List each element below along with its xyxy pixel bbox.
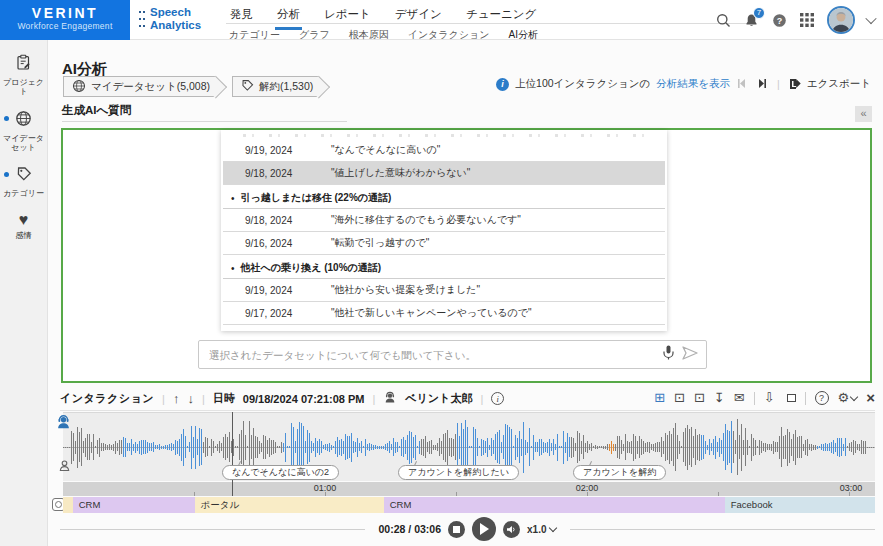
topic-header-text: 他社への乗り換え (10%の通話) — [241, 261, 382, 275]
quote-row[interactable]: 9/16, 2024"転勤で引っ越すので" — [223, 232, 665, 255]
prev-interaction-up-icon[interactable]: ↑ — [173, 393, 180, 405]
quote-row[interactable]: 9/18, 2024"値上げした意味がわからない" — [223, 162, 665, 185]
wave-bar — [835, 443, 836, 452]
user-avatar[interactable] — [827, 6, 855, 34]
wave-bar — [437, 443, 438, 451]
wave-bar — [89, 434, 90, 460]
timeline-segment-CRM[interactable]: CRM — [384, 497, 725, 513]
nav-divider — [226, 23, 748, 24]
section-underline — [62, 121, 347, 122]
show-analysis-results-link[interactable]: 分析結果を表示 — [656, 77, 730, 91]
timeline-segment-CRM[interactable]: CRM — [73, 497, 195, 513]
active-dot — [4, 172, 9, 177]
wave-bar — [87, 434, 88, 460]
interaction-info-icon[interactable]: i — [491, 392, 504, 405]
timeline-segment[interactable] — [63, 497, 73, 513]
monitor-dot-icon[interactable]: ⊡ — [674, 391, 685, 405]
wave-bar — [479, 446, 480, 448]
wave-bar — [397, 442, 398, 452]
quote-row[interactable]: 9/19, 2024"なんでそんなに高いの" — [223, 139, 665, 162]
comment-dot-icon[interactable]: ⊡ — [694, 391, 705, 405]
settings-gear-icon[interactable]: ⚙ — [838, 391, 858, 405]
player-toolbar: ⊞⊡⊡↧✉⇩?⚙× — [654, 391, 875, 405]
export-button[interactable]: エクスポート — [789, 77, 871, 91]
ask-ai-input[interactable] — [199, 349, 663, 361]
playback-speed-selector[interactable]: x1.0 — [527, 524, 556, 535]
wave-bar — [277, 446, 278, 448]
quote-text: "値上げした意味がわからない" — [331, 166, 470, 180]
filter-chip-label: 解約(1,530) — [259, 80, 313, 94]
verint-logo[interactable]: VERINT Workforce Engagement — [0, 0, 130, 40]
quote-row[interactable]: 9/19, 2024"他社から安い提案を受けました" — [223, 279, 665, 302]
help-icon[interactable]: ? — [815, 391, 829, 405]
send-icon[interactable] — [682, 346, 698, 364]
prev-arrow-icon[interactable] — [736, 78, 749, 91]
wave-bar — [209, 446, 210, 448]
notifications-bell-icon[interactable]: 7 — [743, 12, 759, 28]
timeline-segment-Facebook[interactable]: Facebook — [725, 497, 875, 513]
playhead-cursor[interactable] — [232, 412, 233, 496]
wave-bar — [747, 440, 748, 455]
sidebar-item-カテゴリー[interactable]: カテゴリー — [0, 166, 47, 198]
annotation-pill[interactable]: アカウントを解約 — [573, 465, 666, 480]
timeline-segment-ポータル[interactable]: ポータル — [195, 497, 384, 513]
quote-date: 9/19, 2024 — [245, 285, 311, 296]
wave-bar — [351, 433, 352, 462]
wave-bar — [283, 443, 284, 452]
next-interaction-down-icon[interactable]: ↓ — [187, 393, 194, 405]
play-button[interactable] — [472, 517, 496, 541]
wave-bar — [367, 444, 368, 450]
wave-bar — [711, 443, 712, 451]
app-grid-icon[interactable] — [799, 12, 815, 28]
microphone-icon[interactable] — [663, 345, 674, 364]
wave-bar — [723, 433, 724, 461]
annotation-pill[interactable]: アカウントを解約したい — [398, 465, 519, 480]
wave-bar — [237, 446, 238, 448]
wave-bar — [793, 434, 794, 461]
app-window: VERINT Workforce Engagement Speech Analy… — [0, 0, 883, 546]
wave-bar — [679, 441, 680, 454]
quote-row[interactable]: 9/18, 2024"海外に移住するのでもう必要ないんです" — [223, 209, 665, 232]
fit-screen-icon[interactable]: ⊞ — [654, 391, 665, 405]
sidebar-item-マイデータセット[interactable]: マイデータセット — [0, 110, 47, 152]
wave-bar — [69, 447, 70, 448]
speed-value: x1.0 — [527, 524, 546, 535]
ruler-label-03:00: 03:00 — [840, 483, 863, 493]
app-switcher-dots-icon[interactable] — [138, 10, 145, 30]
wave-bar — [329, 443, 330, 452]
collapse-panel-button[interactable]: « — [855, 106, 872, 122]
wave-bar — [215, 446, 216, 448]
sidebar-item-プロジェクト[interactable]: プロジェクト — [0, 54, 47, 96]
close-icon[interactable]: × — [866, 391, 875, 405]
wave-bar — [537, 442, 538, 452]
timeline-ruler[interactable]: 01:0002:0003:00 — [63, 482, 875, 496]
sidebar-item-感情[interactable]: ♥感情 — [0, 212, 47, 240]
search-icon[interactable] — [715, 12, 731, 28]
wave-bar — [263, 435, 264, 459]
copy-bubbles-icon[interactable] — [787, 394, 796, 402]
filter-chip-マイデータセット(5,008)[interactable]: マイデータセット(5,008) — [63, 76, 216, 97]
next-arrow-icon[interactable] — [755, 78, 768, 91]
wave-bar — [701, 435, 702, 460]
filter-chip-解約(1,530)[interactable]: 解約(1,530) — [232, 76, 319, 97]
wave-bar — [861, 440, 862, 454]
wave-bar — [477, 438, 478, 456]
email-icon[interactable]: ✉ — [734, 391, 745, 405]
save-box-icon[interactable]: ⇩ — [764, 391, 775, 405]
wave-bar — [161, 446, 162, 449]
wave-bar — [467, 427, 468, 468]
wave-bar — [203, 442, 204, 453]
annotation-pill[interactable]: なんでそんなに高いの2 — [222, 465, 339, 480]
help-icon[interactable]: ? — [771, 12, 787, 28]
wave-bar — [745, 428, 746, 466]
stop-button[interactable] — [448, 521, 465, 538]
volume-button[interactable] — [503, 521, 520, 538]
wave-bar — [241, 430, 242, 464]
wave-bar — [661, 437, 662, 457]
quote-row[interactable]: 9/17, 2024"他社で新しいキャンペーンやっているので" — [223, 302, 665, 325]
profile-chevron-down-icon[interactable] — [865, 13, 876, 24]
wave-bar — [279, 446, 280, 448]
wave-bar — [65, 447, 66, 448]
wave-bar — [81, 428, 82, 466]
download-icon[interactable]: ↧ — [714, 391, 725, 405]
